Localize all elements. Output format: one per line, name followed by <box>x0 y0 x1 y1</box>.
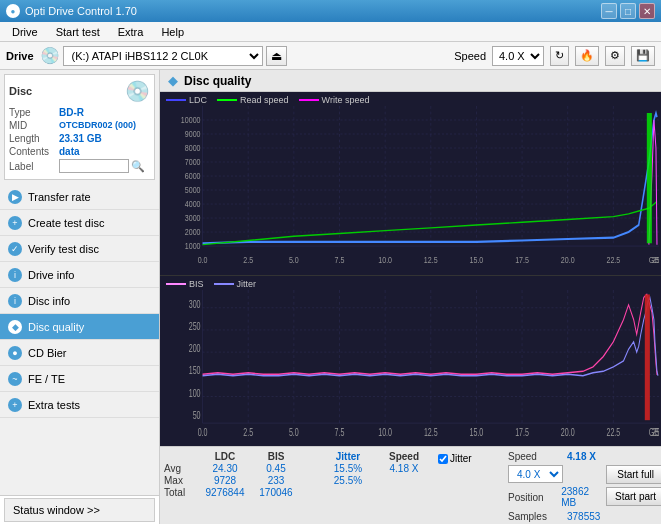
label-input[interactable] <box>59 159 129 173</box>
chart-bottom-legend: BIS Jitter <box>162 278 659 290</box>
nav-label-cd-bier: CD Bier <box>28 347 67 359</box>
jitter-legend-line <box>214 283 234 285</box>
svg-text:5.0: 5.0 <box>289 427 299 438</box>
sidebar-item-cd-bier[interactable]: ● CD Bier <box>0 340 159 366</box>
cd-bier-icon: ● <box>8 346 22 360</box>
svg-text:12.5: 12.5 <box>424 427 438 438</box>
menu-help[interactable]: Help <box>153 24 192 40</box>
top-chart-svg: 10000 9000 8000 7000 6000 5000 4000 3000… <box>162 106 659 267</box>
minimize-button[interactable]: ─ <box>601 3 617 19</box>
bis-legend-label: BIS <box>189 279 204 289</box>
max-label: Max <box>164 475 199 486</box>
speed-right-dropdown[interactable]: 4.0 X <box>508 465 563 483</box>
avg-bis: 0.45 <box>251 463 301 474</box>
right-stats: Speed 4.18 X 4.0 X Position 23862 MB Sam… <box>502 451 602 520</box>
speed-label: Speed <box>454 50 486 62</box>
max-ldc: 9728 <box>200 475 250 486</box>
start-full-button[interactable]: Start full <box>606 465 661 484</box>
drive-select[interactable]: (K:) ATAPI iHBS112 2 CL0K <box>63 46 263 66</box>
mid-value: OTCBDR002 (000) <box>59 120 136 131</box>
settings-button[interactable]: ⚙ <box>605 46 625 66</box>
disc-icon: 💿 <box>125 79 150 103</box>
svg-rect-93 <box>645 295 650 421</box>
close-button[interactable]: ✕ <box>639 3 655 19</box>
title-bar-text: Opti Drive Control 1.70 <box>25 5 137 17</box>
jitter-legend-label: Jitter <box>237 279 257 289</box>
sidebar-item-drive-info[interactable]: i Drive info <box>0 262 159 288</box>
svg-text:10.0: 10.0 <box>378 254 392 265</box>
verify-test-disc-icon: ✓ <box>8 242 22 256</box>
disc-quality-icon: ◆ <box>8 320 22 334</box>
eject-button[interactable]: ⏏ <box>266 46 287 66</box>
speed-right-value: 4.18 X <box>567 451 596 462</box>
sidebar-item-disc-quality[interactable]: ◆ Disc quality <box>0 314 159 340</box>
extra-tests-icon: + <box>8 398 22 412</box>
nav-label-disc-quality: Disc quality <box>28 321 84 333</box>
jitter-checkbox-label: Jitter <box>450 453 472 464</box>
svg-text:GB: GB <box>649 427 659 438</box>
drive-label: Drive <box>6 50 34 62</box>
sidebar-status: Status window >> <box>0 495 159 524</box>
svg-text:8000: 8000 <box>185 142 201 153</box>
svg-text:7.5: 7.5 <box>335 427 345 438</box>
contents-label: Contents <box>9 146 59 157</box>
sidebar-item-create-test-disc[interactable]: + Create test disc <box>0 210 159 236</box>
svg-text:22.5: 22.5 <box>606 254 620 265</box>
disc-panel: Disc 💿 Type BD-R MID OTCBDR002 (000) Len… <box>4 74 155 180</box>
svg-text:300: 300 <box>189 298 201 310</box>
save-button[interactable]: 💾 <box>631 46 655 66</box>
svg-text:22.5: 22.5 <box>606 427 620 438</box>
svg-text:12.5: 12.5 <box>424 254 438 265</box>
dq-header-icon: ◆ <box>168 73 178 88</box>
svg-text:1000: 1000 <box>185 240 201 251</box>
svg-text:7000: 7000 <box>185 156 201 167</box>
svg-text:15.0: 15.0 <box>470 254 484 265</box>
jitter-checkbox[interactable] <box>438 454 448 464</box>
svg-text:4000: 4000 <box>185 198 201 209</box>
menu-extra[interactable]: Extra <box>110 24 152 40</box>
menu-start-test[interactable]: Start test <box>48 24 108 40</box>
title-bar: ● Opti Drive Control 1.70 ─ □ ✕ <box>0 0 661 22</box>
bottom-chart-svg: 300 250 200 150 100 50 0.0 2.5 5.0 7.5 1… <box>162 290 659 438</box>
empty3 <box>302 463 322 474</box>
bis-legend-line <box>166 283 186 285</box>
sidebar-item-extra-tests[interactable]: + Extra tests <box>0 392 159 418</box>
max-bis: 233 <box>251 475 301 486</box>
ldc-legend-label: LDC <box>189 95 207 105</box>
svg-text:150: 150 <box>189 365 201 377</box>
drive-icon: 💿 <box>40 46 60 65</box>
start-part-button[interactable]: Start part <box>606 487 661 506</box>
svg-text:2.5: 2.5 <box>243 427 253 438</box>
sidebar-item-fe-te[interactable]: ~ FE / TE <box>0 366 159 392</box>
sidebar-item-transfer-rate[interactable]: ▶ Transfer rate <box>0 184 159 210</box>
sidebar-item-disc-info[interactable]: i Disc info <box>0 288 159 314</box>
svg-text:2.5: 2.5 <box>243 254 253 265</box>
position-value: 23862 MB <box>561 486 602 508</box>
main-layout: Disc 💿 Type BD-R MID OTCBDR002 (000) Len… <box>0 70 661 524</box>
maximize-button[interactable]: □ <box>620 3 636 19</box>
status-window-label: Status window >> <box>13 504 100 516</box>
svg-text:10.0: 10.0 <box>378 427 392 438</box>
nav-label-transfer-rate: Transfer rate <box>28 191 91 203</box>
disc-info-icon: i <box>8 294 22 308</box>
nav-label-drive-info: Drive info <box>28 269 74 281</box>
chart-top-legend: LDC Read speed Write speed <box>162 94 659 106</box>
header-bis: BIS <box>251 451 301 462</box>
status-window-button[interactable]: Status window >> <box>4 498 155 522</box>
read-speed-legend-label: Read speed <box>240 95 289 105</box>
jitter-checkbox-row: Jitter <box>438 453 498 464</box>
total-bis: 170046 <box>251 487 301 498</box>
label-search-icon[interactable]: 🔍 <box>131 160 145 173</box>
sidebar-item-verify-test-disc[interactable]: ✓ Verify test disc <box>0 236 159 262</box>
svg-text:10000: 10000 <box>181 114 201 125</box>
menu-drive[interactable]: Drive <box>4 24 46 40</box>
samples-value: 378553 <box>567 511 600 522</box>
svg-text:0.0: 0.0 <box>198 427 208 438</box>
stats-bar: LDC BIS Jitter Speed Avg 24.30 0.45 15.5… <box>160 446 661 524</box>
chart-bottom: BIS Jitter <box>160 276 661 446</box>
read-speed-legend-line <box>217 99 237 101</box>
burn-button[interactable]: 🔥 <box>575 46 599 66</box>
refresh-button[interactable]: ↻ <box>550 46 569 66</box>
speed-select[interactable]: 4.0 X 2.0 X 8.0 X <box>492 46 544 66</box>
speed-right-label: Speed <box>508 451 563 462</box>
